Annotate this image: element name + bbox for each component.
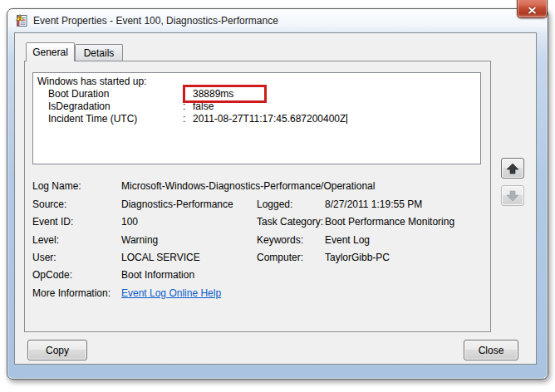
window-title: Event Properties - Event 100, Diagnostic…: [33, 15, 278, 27]
user-value: LOCAL SERVICE: [121, 252, 200, 263]
text-caret: [346, 114, 347, 124]
tab-general-label: General: [32, 47, 68, 58]
field-row: Source: Diagnostics-Performance Logged: …: [25, 198, 490, 211]
up-arrow-icon: [505, 162, 520, 175]
log-name-label: Log Name:: [32, 180, 81, 192]
title-bar[interactable]: Event Properties - Event 100, Diagnostic…: [7, 9, 548, 32]
event-log-icon: [15, 14, 28, 27]
copy-button-label: Copy: [46, 345, 69, 356]
close-window-button[interactable]: [517, 0, 548, 18]
keywords-value: Event Log: [325, 234, 370, 246]
log-name-value: Microsoft-Windows-Diagnostics-Performanc…: [121, 180, 375, 192]
event-id-value: 100: [121, 216, 138, 228]
tab-details[interactable]: Details: [75, 44, 123, 61]
field-row: More Information: Event Log Online Help: [25, 287, 490, 300]
event-description-box[interactable]: Windows has started up: Boot Duration : …: [32, 72, 481, 164]
description-intro: Windows has started up:: [37, 76, 146, 87]
user-label: User:: [32, 252, 56, 263]
desc-label: Incident Time (UTC): [48, 113, 137, 125]
close-button[interactable]: Close: [464, 340, 518, 360]
copy-button[interactable]: Copy: [27, 340, 87, 360]
logged-value: 8/27/2011 1:19:55 PM: [325, 198, 422, 210]
next-event-button[interactable]: [501, 185, 524, 206]
level-value: Warning: [121, 234, 158, 246]
close-x-icon: [528, 7, 537, 14]
tab-details-label: Details: [84, 47, 115, 59]
level-label: Level:: [32, 234, 59, 246]
source-label: Source:: [32, 198, 66, 210]
incident-time-value: 2011-08-27T11:17:45.687200400Z: [193, 113, 347, 125]
desc-label: IsDegradation: [48, 100, 111, 112]
field-row: Log Name: Microsoft-Windows-Diagnostics-…: [25, 180, 490, 193]
screenshot-stage: Event Properties - Event 100, Diagnostic…: [0, 0, 555, 392]
keywords-label: Keywords:: [257, 234, 303, 246]
logged-label: Logged:: [257, 198, 292, 210]
desc-colon: :: [183, 113, 185, 125]
previous-event-button[interactable]: [501, 158, 524, 179]
computer-label: Computer:: [257, 252, 303, 263]
task-category-value: Boot Performance Monitoring: [325, 216, 454, 228]
computer-value: TaylorGibb-PC: [325, 252, 390, 263]
dialog-body: General Details Windows has started up: …: [14, 32, 537, 365]
tab-general[interactable]: General: [26, 42, 75, 61]
source-value: Diagnostics-Performance: [121, 198, 233, 210]
down-arrow-icon: [505, 189, 520, 203]
desc-label: Boot Duration: [48, 88, 109, 100]
field-row: OpCode: Boot Information: [25, 269, 490, 282]
field-row: User: LOCAL SERVICE Computer: TaylorGibb…: [25, 252, 490, 264]
event-properties-window: Event Properties - Event 100, Diagnostic…: [7, 8, 548, 380]
field-row: Level: Warning Keywords: Event Log: [25, 234, 490, 247]
event-log-online-help-link[interactable]: Event Log Online Help: [121, 287, 221, 299]
opcode-label: OpCode:: [32, 269, 72, 281]
red-highlight-annotation: [183, 85, 267, 103]
opcode-value: Boot Information: [121, 269, 194, 281]
general-tab-page: Windows has started up: Boot Duration : …: [24, 61, 491, 332]
event-id-label: Event ID:: [32, 216, 73, 228]
field-row: Event ID: 100 Task Category: Boot Perfor…: [25, 216, 490, 228]
task-category-label: Task Category:: [257, 216, 323, 228]
description-row: Incident Time (UTC) : 2011-08-27T11:17:4…: [33, 113, 480, 125]
close-button-label: Close: [479, 345, 504, 356]
more-information-label: More Information:: [32, 287, 111, 299]
